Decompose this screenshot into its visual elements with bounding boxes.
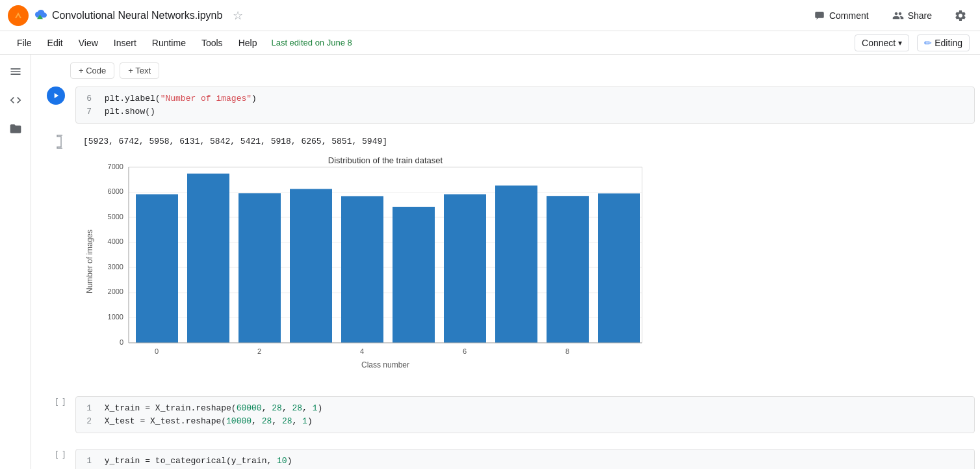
output-cell-1-content: [5923, 6742, 5958, 6131, 5842, 5421, 591… bbox=[70, 131, 980, 383]
svg-text:4000: 4000 bbox=[108, 237, 123, 245]
code-cell-2-content[interactable]: 1 X_train = X_train.reshape(60000, 28, 2… bbox=[70, 394, 980, 436]
settings-button[interactable] bbox=[949, 4, 972, 27]
distribution-chart: Distribution of the train dataset 0 1000… bbox=[83, 154, 668, 375]
star-icon[interactable]: ☆ bbox=[233, 8, 243, 23]
code-cell-2: [ ] 1 X_train = X_train.reshape(60000, 2… bbox=[31, 391, 980, 438]
code-cell-2-code[interactable]: 1 X_train = X_train.reshape(60000, 28, 2… bbox=[75, 396, 975, 433]
comment-button[interactable]: Comment bbox=[807, 6, 875, 25]
output-bracket-1 bbox=[31, 131, 70, 150]
code-cell-3-content[interactable]: 1 y_train = to_categorical(y_train, 10) bbox=[70, 446, 980, 469]
notebook-title[interactable]: Convolutional Neural Networks.ipynb bbox=[52, 10, 222, 21]
menubar: File Edit View Insert Runtime Tools Help… bbox=[0, 31, 980, 55]
code-cell-3: [ ] 1 y_train = to_categorical(y_train, … bbox=[31, 444, 980, 469]
cell-gutter-2: [ ] bbox=[31, 394, 70, 406]
comment-icon bbox=[814, 10, 825, 21]
main-area: + Code + Text 6 plt.ylabel("Number of im… bbox=[0, 55, 980, 469]
sidebar-folder-icon[interactable] bbox=[4, 117, 27, 141]
add-code-button[interactable]: + Code bbox=[70, 62, 114, 79]
editing-button[interactable]: ✏ Editing bbox=[917, 34, 970, 51]
code-line-6: 6 plt.ylabel("Number of images") bbox=[84, 92, 966, 105]
share-icon bbox=[892, 10, 904, 21]
code-cell-1-content[interactable]: 6 plt.ylabel("Number of images") 7 plt.s… bbox=[70, 84, 980, 126]
topbar: Convolutional Neural Networks.ipynb ☆ Co… bbox=[0, 0, 980, 31]
top-actions: Comment Share bbox=[807, 4, 972, 27]
svg-text:1000: 1000 bbox=[108, 313, 123, 321]
svg-text:4: 4 bbox=[360, 347, 364, 355]
bar-2 bbox=[239, 193, 281, 343]
svg-text:8: 8 bbox=[565, 347, 569, 355]
chevron-down-icon: ▾ bbox=[898, 38, 902, 47]
bar-5 bbox=[393, 207, 435, 343]
bar-7 bbox=[495, 185, 537, 343]
bar-8 bbox=[547, 196, 589, 343]
cell-gutter-1 bbox=[31, 84, 70, 105]
run-button-1[interactable] bbox=[47, 87, 65, 105]
last-edited: Last edited on June 8 bbox=[271, 38, 352, 47]
code-line-3-1: 1 y_train = to_categorical(y_train, 10) bbox=[84, 455, 966, 468]
connect-label: Connect bbox=[862, 38, 896, 48]
svg-text:6: 6 bbox=[463, 347, 467, 355]
svg-text:Class number: Class number bbox=[361, 360, 409, 369]
code-line-7: 7 plt.show() bbox=[84, 105, 966, 118]
svg-text:Number of images: Number of images bbox=[85, 230, 94, 293]
svg-text:0: 0 bbox=[155, 347, 159, 355]
svg-text:0: 0 bbox=[120, 338, 123, 346]
menu-view[interactable]: View bbox=[72, 35, 105, 51]
editing-label: Editing bbox=[935, 38, 962, 48]
svg-text:5000: 5000 bbox=[108, 213, 123, 221]
output-array: [5923, 6742, 5958, 6131, 5842, 5421, 591… bbox=[75, 134, 975, 149]
drive-icon bbox=[35, 8, 47, 23]
bar-3 bbox=[290, 189, 332, 343]
output-cell-1: [5923, 6742, 5958, 6131, 5842, 5421, 591… bbox=[31, 129, 980, 386]
svg-text:6000: 6000 bbox=[108, 187, 123, 195]
menu-edit[interactable]: Edit bbox=[41, 35, 70, 51]
output-array-text: [5923, 6742, 5958, 6131, 5842, 5421, 591… bbox=[83, 137, 387, 146]
cell-toolbar: + Code + Text bbox=[31, 60, 980, 81]
menu-help[interactable]: Help bbox=[232, 35, 264, 51]
share-button[interactable]: Share bbox=[886, 6, 938, 25]
settings-icon bbox=[954, 9, 967, 22]
bar-4 bbox=[341, 196, 383, 343]
bar-1 bbox=[187, 174, 229, 343]
code-line-2-2: 2 X_test = X_test.reshape(10000, 28, 28,… bbox=[84, 415, 966, 428]
sidebar-code-icon[interactable] bbox=[4, 88, 27, 112]
colab-logo bbox=[8, 5, 29, 26]
bar-6 bbox=[444, 194, 486, 343]
svg-text:Distribution of the train data: Distribution of the train dataset bbox=[328, 155, 443, 165]
add-text-button[interactable]: + Text bbox=[120, 62, 159, 79]
sidebar-menu-icon[interactable] bbox=[4, 60, 27, 83]
notebook: + Code + Text 6 plt.ylabel("Number of im… bbox=[31, 55, 980, 469]
menu-file[interactable]: File bbox=[10, 35, 38, 51]
bar-9 bbox=[598, 193, 640, 343]
left-sidebar bbox=[0, 55, 31, 469]
code-cell-3-code[interactable]: 1 y_train = to_categorical(y_train, 10) bbox=[75, 449, 975, 469]
bar-0 bbox=[136, 194, 178, 343]
menu-runtime[interactable]: Runtime bbox=[146, 35, 192, 51]
svg-text:2: 2 bbox=[257, 347, 261, 355]
comment-label: Comment bbox=[829, 10, 869, 21]
menu-tools[interactable]: Tools bbox=[195, 35, 229, 51]
code-cell-1-code[interactable]: 6 plt.ylabel("Number of images") 7 plt.s… bbox=[75, 87, 975, 124]
share-label: Share bbox=[908, 10, 932, 21]
svg-text:2000: 2000 bbox=[108, 288, 123, 295]
code-cell-1: 6 plt.ylabel("Number of images") 7 plt.s… bbox=[31, 81, 980, 129]
connect-button[interactable]: Connect ▾ bbox=[855, 34, 909, 51]
menu-insert[interactable]: Insert bbox=[107, 35, 143, 51]
cell-gutter-3: [ ] bbox=[31, 446, 70, 459]
svg-text:3000: 3000 bbox=[108, 263, 123, 271]
svg-text:7000: 7000 bbox=[108, 163, 123, 170]
chart-container: Distribution of the train dataset 0 1000… bbox=[75, 149, 975, 381]
code-line-2-1: 1 X_train = X_train.reshape(60000, 28, 2… bbox=[84, 402, 966, 415]
pencil-icon: ✏ bbox=[924, 38, 932, 48]
